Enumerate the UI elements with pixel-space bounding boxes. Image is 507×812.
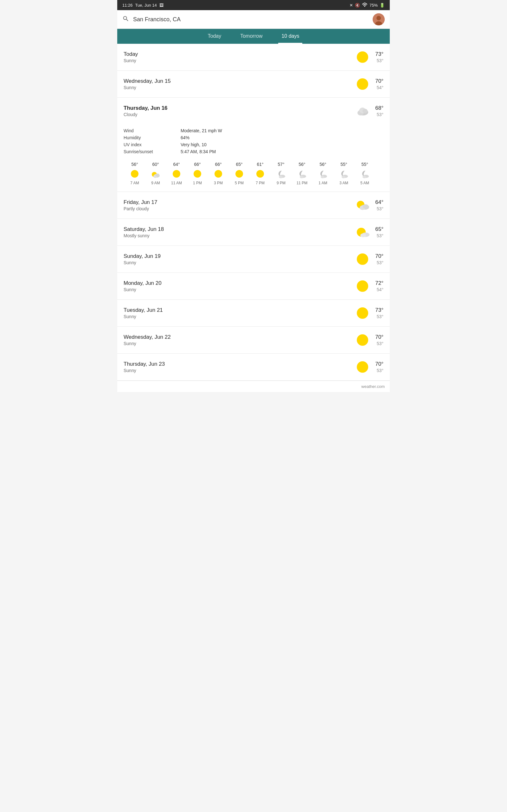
svg-point-18 xyxy=(257,170,264,177)
photo-icon: 🖼 xyxy=(159,3,164,8)
hourly-5am: 55° 5 AM xyxy=(355,162,375,185)
svg-point-15 xyxy=(193,170,201,177)
forecast-thu-jun23[interactable]: Thursday, Jun 23 Sunny 70° 53° xyxy=(117,354,390,380)
hourly-icon-1am xyxy=(317,168,329,180)
hourly-icon-11pm xyxy=(296,168,308,180)
attribution: weather.com xyxy=(117,380,390,392)
hourly-icon-1pm xyxy=(192,168,203,180)
day-name-wed-jun22: Wednesday, Jun 22 xyxy=(124,334,354,340)
day-condition-sat-jun18: Mostly sunny xyxy=(124,233,354,238)
hourly-11pm: 56° 11 PM xyxy=(292,162,312,185)
forecast-tue-jun21[interactable]: Tuesday, Jun 21 Sunny 73° 53° xyxy=(117,300,390,327)
low-temp-sat-jun18: 53° xyxy=(375,233,383,238)
uv-label: UV index xyxy=(124,142,181,147)
hourly-icon-9am xyxy=(150,168,161,180)
forecast-fri-jun17[interactable]: Friday, Jun 17 Partly cloudy 64° 53° xyxy=(117,192,390,219)
cloud-icon-thu-jun16 xyxy=(354,103,371,119)
forecast-today[interactable]: Today Sunny 73° 53° xyxy=(117,44,390,71)
day-name-mon-jun20: Monday, Jun 20 xyxy=(124,280,354,287)
day-name-wed-jun15: Wednesday, Jun 15 xyxy=(124,78,354,84)
sun-icon-today xyxy=(354,49,371,65)
wifi-icon xyxy=(362,3,368,8)
svg-point-1 xyxy=(377,16,381,20)
high-temp-sat-jun18: 65° xyxy=(375,226,383,233)
low-temp-today: 53° xyxy=(375,58,383,63)
battery: 75% xyxy=(370,3,378,8)
tab-today[interactable]: Today xyxy=(205,29,225,44)
date: Tue, Jun 14 xyxy=(135,3,157,8)
day-condition-thu-jun23: Sunny xyxy=(124,368,354,373)
day-condition-thu-jun16: Cloudy xyxy=(124,112,354,117)
day-name-sat-jun18: Saturday, Jun 18 xyxy=(124,226,354,233)
svg-point-20 xyxy=(279,176,283,178)
hourly-icon-5pm xyxy=(233,168,245,180)
day-condition-wed-jun15: Sunny xyxy=(124,85,354,90)
day-name-today: Today xyxy=(124,51,354,57)
day-condition-wed-jun22: Sunny xyxy=(124,341,354,346)
hourly-icon-5am xyxy=(359,168,371,180)
svg-point-39 xyxy=(357,334,368,346)
high-temp-sun-jun19: 70° xyxy=(375,253,383,259)
forecast-sun-jun19[interactable]: Sunday, Jun 19 Sunny 70° 53° xyxy=(117,246,390,273)
battery-icon: 🔋 xyxy=(380,3,385,8)
tab-10days[interactable]: 10 days xyxy=(278,29,302,44)
day-name-thu-jun23: Thursday, Jun 23 xyxy=(124,361,354,367)
high-temp-fri-jun17: 64° xyxy=(375,199,383,206)
weather-list: Today Sunny 73° 53° Wednesday, Jun 15 Su… xyxy=(117,44,390,380)
sunrise-value: 5:47 AM, 8:34 PM xyxy=(181,149,383,154)
svg-point-26 xyxy=(342,176,345,178)
hourly-5pm: 65° 5 PM xyxy=(229,162,249,185)
forecast-wed-jun22[interactable]: Wednesday, Jun 22 Sunny 70° 53° xyxy=(117,327,390,354)
hourly-7pm: 61° 7 PM xyxy=(250,162,270,185)
svg-point-14 xyxy=(173,170,180,177)
partly-cloudy-icon-fri-jun17 xyxy=(354,197,371,213)
humidity-label: Humidity xyxy=(124,135,181,140)
forecast-sat-jun18[interactable]: Saturday, Jun 18 Mostly sunny 65° 53° xyxy=(117,219,390,246)
svg-point-32 xyxy=(363,204,369,209)
svg-point-8 xyxy=(362,109,368,113)
hourly-3am: 55° 3 AM xyxy=(334,162,354,185)
low-temp-wed-jun15: 54° xyxy=(375,85,383,90)
mute-icon: 🔇 xyxy=(355,3,360,8)
svg-point-13 xyxy=(156,173,159,177)
hourly-icon-7pm xyxy=(255,168,266,180)
uv-value: Very high, 10 xyxy=(181,142,383,147)
search-input[interactable] xyxy=(133,16,369,23)
hourly-icon-11am xyxy=(171,168,182,180)
hourly-3pm: 66° 3 PM xyxy=(209,162,228,185)
high-temp-wed-jun22: 70° xyxy=(375,334,383,340)
svg-point-17 xyxy=(235,170,243,177)
day-name-sun-jun19: Sunday, Jun 19 xyxy=(124,253,354,259)
svg-point-16 xyxy=(215,170,222,177)
time: 11:26 xyxy=(122,3,133,8)
svg-point-38 xyxy=(357,307,368,319)
low-temp-wed-jun22: 53° xyxy=(375,341,383,346)
avatar[interactable] xyxy=(373,13,385,26)
hourly-scroll[interactable]: 56° 7 AM 60° 9 AM 64° 11 AM xyxy=(124,159,383,190)
day-condition-tue-jun21: Sunny xyxy=(124,314,354,319)
detail-section-thu-jun16: Wind Moderate, 21 mph W Humidity 64% UV … xyxy=(117,124,390,192)
sun-icon-wed-jun15 xyxy=(354,76,371,92)
forecast-wed-jun15[interactable]: Wednesday, Jun 15 Sunny 70° 54° xyxy=(117,71,390,98)
hourly-11am: 64° 11 AM xyxy=(167,162,186,185)
hourly-icon-7am xyxy=(129,168,140,180)
tab-tomorrow[interactable]: Tomorrow xyxy=(237,29,266,44)
wind-value: Moderate, 21 mph W xyxy=(181,128,383,133)
svg-point-28 xyxy=(362,176,366,178)
svg-point-36 xyxy=(357,253,368,265)
low-temp-thu-jun23: 53° xyxy=(375,368,383,373)
signal-icon: ✕ xyxy=(349,3,353,8)
high-temp-thu-jun16: 68° xyxy=(375,105,383,111)
high-temp-thu-jun23: 70° xyxy=(375,361,383,367)
sun-icon-wed-jun22 xyxy=(354,332,371,348)
search-bar xyxy=(117,10,390,29)
wind-label: Wind xyxy=(124,128,181,133)
humidity-value: 64% xyxy=(181,135,383,140)
day-name-thu-jun16: Thursday, Jun 16 xyxy=(124,105,354,111)
high-temp-tue-jun21: 73° xyxy=(375,307,383,313)
forecast-thu-jun16[interactable]: Thursday, Jun 16 Cloudy 68° 53° xyxy=(117,98,390,124)
sun-icon-mon-jun20 xyxy=(354,278,371,294)
forecast-mon-jun20[interactable]: Monday, Jun 20 Sunny 72° 54° xyxy=(117,273,390,300)
detail-grid: Wind Moderate, 21 mph W Humidity 64% UV … xyxy=(124,128,383,154)
day-condition-sun-jun19: Sunny xyxy=(124,260,354,265)
